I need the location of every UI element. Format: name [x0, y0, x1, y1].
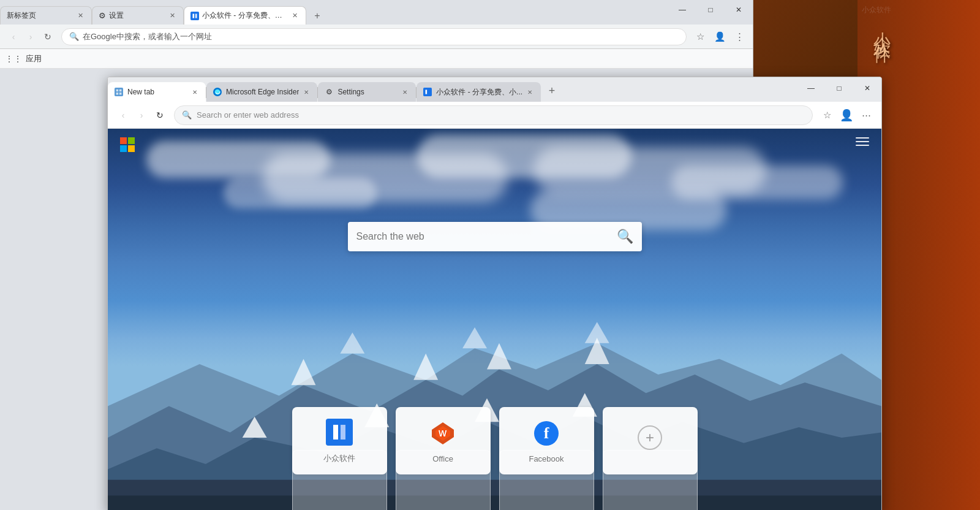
inner-tab-xiaoz-label: 小众软件 - 分享免费、小...: [436, 87, 522, 97]
outer-addr-actions: ☆ 👤 ⋮: [692, 28, 748, 45]
outer-tab-xiaoz-label: 小众软件 - 分享免费、实...: [202, 10, 286, 21]
outer-tab-settings[interactable]: ⚙ 设置 ✕: [92, 6, 184, 25]
outer-tab-xiaoz[interactable]: 小众软件 - 分享免费、实... ✕: [184, 6, 306, 25]
outer-reload-button[interactable]: ↻: [39, 28, 56, 45]
outer-addressbar-text: 在Google中搜索，或者输入一个网址: [83, 31, 679, 42]
outer-tab-newtab-close[interactable]: ✕: [75, 11, 85, 21]
hamburger-menu-button[interactable]: [856, 137, 869, 146]
inner-tab-settings-close[interactable]: ✕: [400, 87, 410, 97]
outer-back-button[interactable]: ‹: [5, 28, 22, 45]
svg-marker-9: [292, 359, 316, 385]
inner-titlebar: New tab ✕ Microsoft Edge Insider ✕: [108, 77, 881, 102]
outer-bookmark-button[interactable]: ☆: [692, 28, 709, 45]
hamburger-line-3: [856, 145, 869, 146]
cloud-6: [224, 178, 377, 208]
search-container: 🔍: [348, 222, 642, 251]
speed-dial-add-icon: +: [635, 423, 665, 452]
inner-forward-button[interactable]: ›: [132, 106, 151, 124]
speed-dial-ghost-4[interactable]: [603, 450, 698, 510]
svg-marker-5: [340, 332, 364, 353]
outer-tab-settings-label: 设置: [109, 10, 164, 21]
outer-new-tab-button[interactable]: +: [309, 7, 326, 25]
outer-tab-newtab-label: 新标签页: [7, 10, 72, 21]
inner-tab-xiaoz-close[interactable]: ✕: [525, 87, 535, 97]
inner-tab-settings-icon: ⚙: [324, 87, 334, 97]
outer-tab-settings-close[interactable]: ✕: [167, 11, 177, 21]
inner-new-tab-button[interactable]: +: [543, 82, 560, 99]
inner-tab-newtab-icon: [114, 87, 124, 97]
inner-tab-settings-label: Settings: [337, 88, 398, 96]
inner-tab-settings[interactable]: ⚙ Settings ✕: [318, 82, 416, 102]
outer-tabs-row: 新标签页 ✕ ⚙ 设置 ✕ 小众软件 - 分享免费、实... ✕ +: [0, 0, 326, 25]
inner-tab-edge-label: Microsoft Edge Insider: [226, 88, 299, 96]
outer-search-icon: 🔍: [69, 32, 79, 41]
svg-rect-0: [190, 12, 199, 20]
facebook-circle-icon: f: [534, 421, 559, 446]
outer-tab-newtab[interactable]: 新标签页 ✕: [0, 6, 92, 25]
cloud-5: [533, 147, 766, 193]
speed-dial-office-icon: W: [428, 419, 458, 448]
svg-marker-10: [413, 354, 438, 380]
outer-menu-button[interactable]: ⋮: [731, 28, 748, 45]
inner-bookmark-button[interactable]: ☆: [818, 106, 836, 124]
speed-dial-ghost-2[interactable]: [396, 450, 491, 510]
speed-dial-ghost-3[interactable]: [499, 450, 594, 510]
win-logo-tile-1: [120, 137, 127, 144]
outer-close-button[interactable]: ✕: [725, 0, 753, 20]
apps-label[interactable]: 应用: [26, 53, 42, 64]
settings-icon: ⚙: [99, 11, 106, 20]
outer-account-button[interactable]: 👤: [711, 28, 728, 45]
inner-addressbar[interactable]: 🔍 Search or enter web address: [174, 105, 813, 125]
inner-menu-button[interactable]: ⋯: [857, 106, 875, 124]
apps-grid-icon[interactable]: ⋮⋮: [5, 54, 22, 64]
svg-rect-1: [115, 88, 123, 96]
svg-text:W: W: [439, 428, 447, 438]
inner-content: 🔍 小众软件: [108, 129, 881, 510]
inner-tab-newtab-label: New tab: [127, 88, 187, 96]
windows-logo[interactable]: [120, 137, 135, 152]
speed-dial-ghost-1[interactable]: [292, 450, 387, 510]
inner-tab-newtab[interactable]: New tab ✕: [108, 82, 206, 102]
hamburger-line-2: [856, 141, 869, 142]
inner-tab-edge-icon: [213, 87, 222, 97]
add-circle-icon: +: [638, 425, 662, 450]
inner-tab-xiaoz[interactable]: 小众软件 - 分享免费、小... ✕: [417, 82, 541, 102]
hamburger-line-1: [856, 137, 869, 139]
inner-maximize-button[interactable]: □: [825, 80, 853, 97]
search-box[interactable]: 🔍: [348, 222, 642, 251]
speed-dial-xiaoz-icon: [325, 417, 354, 447]
inner-browser: New tab ✕ Microsoft Edge Insider ✕: [107, 77, 882, 510]
speed-dial-facebook-icon: f: [532, 419, 561, 448]
outer-addressbar-row: ‹ › ↻ 🔍 在Google中搜索，或者输入一个网址 ☆ 👤 ⋮: [0, 25, 753, 49]
search-input[interactable]: [356, 231, 617, 242]
inner-tab-newtab-close[interactable]: ✕: [190, 87, 200, 97]
outer-titlebar: 新标签页 ✕ ⚙ 设置 ✕ 小众软件 - 分享免费、实... ✕ + — □: [0, 0, 753, 25]
outer-tab-xiaoz-close[interactable]: ✕: [290, 11, 300, 21]
inner-account-button[interactable]: 👤: [837, 106, 856, 124]
svg-marker-7: [462, 327, 487, 348]
inner-close-button[interactable]: ✕: [853, 80, 881, 97]
search-submit-icon[interactable]: 🔍: [617, 229, 633, 245]
inner-window-controls: — □ ✕: [797, 77, 881, 97]
inner-tabs-row: New tab ✕ Microsoft Edge Insider ✕: [108, 77, 797, 102]
outer-window-controls: — □ ✕: [668, 0, 753, 20]
inner-tab-edge-insider[interactable]: Microsoft Edge Insider ✕: [206, 82, 317, 102]
outer-addressbar[interactable]: 🔍 在Google中搜索，或者输入一个网址: [61, 28, 687, 45]
inner-addressbar-row: ‹ › ↻ 🔍 Search or enter web address ☆ 👤 …: [108, 102, 881, 129]
inner-tab-xiaoz-icon: [423, 87, 432, 97]
inner-addr-actions: ☆ 👤 ⋯: [818, 106, 875, 124]
outer-forward-button[interactable]: ›: [22, 28, 39, 45]
outer-minimize-button[interactable]: —: [668, 0, 696, 20]
inner-search-icon: 🔍: [182, 110, 192, 120]
win-logo-tile-4: [128, 145, 135, 152]
win-logo-tile-2: [128, 137, 135, 144]
outer-maximize-button[interactable]: □: [696, 0, 725, 20]
inner-back-button[interactable]: ‹: [114, 106, 132, 124]
outer-apps-bar: ⋮⋮ 应用: [0, 49, 753, 69]
inner-minimize-button[interactable]: —: [797, 80, 825, 97]
inner-tab-edge-close[interactable]: ✕: [301, 87, 311, 97]
inner-reload-button[interactable]: ↻: [151, 106, 169, 124]
win-logo-tile-3: [120, 145, 127, 152]
speed-dial-row-2: [292, 450, 698, 510]
inner-addressbar-text: Search or enter web address: [197, 110, 805, 120]
